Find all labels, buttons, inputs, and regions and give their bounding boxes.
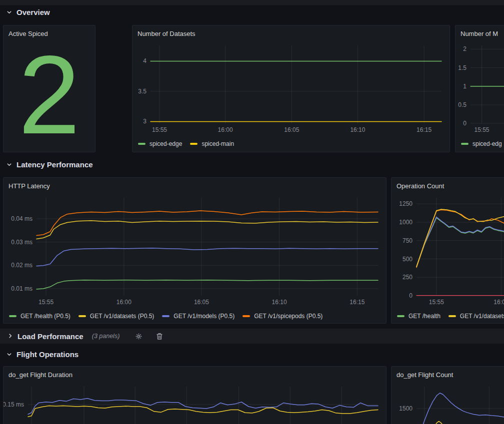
chevron-down-icon	[6, 352, 12, 357]
toolbar-bottom-strip	[0, 0, 504, 6]
legend-label: GET /health	[408, 313, 440, 320]
panel-do-get-flight-count: do_get Flight Count 1500	[391, 366, 504, 424]
section-header-load-performance[interactable]: Load Performance (3 panels)	[0, 329, 504, 344]
svg-text:16:10: 16:10	[272, 299, 287, 306]
panel-number-of-models: Number of M 00.511.5215:55 spiced-edg	[455, 25, 504, 152]
legend-swatch-icon	[448, 315, 456, 317]
stat-value: 2	[18, 39, 80, 150]
chevron-down-icon	[6, 162, 12, 167]
svg-text:2: 2	[463, 45, 466, 52]
svg-text:1.5: 1.5	[458, 64, 466, 71]
http-latency-chart[interactable]: 0.01 ms0.02 ms0.03 ms0.04 ms15:5516:0016…	[4, 195, 386, 309]
legend-swatch-icon	[190, 143, 198, 145]
panel-title[interactable]: do_get Flight Duration	[4, 367, 386, 384]
svg-text:1500: 1500	[399, 405, 412, 412]
legend-label: spiced-edg	[472, 140, 502, 147]
legend-swatch-icon	[138, 143, 146, 145]
legend: spiced-edg	[456, 137, 504, 150]
svg-text:4: 4	[143, 57, 146, 64]
svg-text:1000: 1000	[399, 219, 412, 226]
legend-label: GET /v1/models (P0.5)	[174, 313, 234, 320]
panel-operation-count: Operation Count 02505007501000125015:551…	[391, 177, 504, 324]
svg-text:15:55: 15:55	[152, 126, 167, 133]
panel-title[interactable]: Operation Count	[392, 178, 504, 195]
legend-swatch-icon	[242, 315, 250, 317]
svg-text:500: 500	[402, 256, 412, 263]
legend-item[interactable]: spiced-edg	[461, 140, 502, 147]
svg-text:15:55: 15:55	[429, 299, 444, 306]
panel-number-of-datasets: Number of Datasets 33.5415:5516:0016:051…	[132, 25, 450, 152]
flight-count-chart[interactable]: 1500	[392, 384, 504, 424]
operation-count-chart[interactable]: 02505007501000125015:5516:0016:05	[392, 195, 504, 309]
legend-swatch-icon	[9, 315, 16, 317]
legend-label: GET /health (P0.5)	[20, 313, 70, 320]
svg-text:0.03 ms: 0.03 ms	[11, 239, 32, 246]
svg-text:16:15: 16:15	[416, 126, 432, 133]
svg-text:0: 0	[409, 292, 412, 299]
chevron-down-icon	[6, 9, 12, 15]
legend: GET /health (P0.5)GET /v1/datasets (P0.5…	[4, 310, 386, 323]
gear-icon	[135, 333, 142, 340]
svg-text:750: 750	[402, 237, 412, 244]
svg-text:16:15: 16:15	[350, 299, 364, 306]
section-header-overview[interactable]: Overview	[6, 8, 50, 16]
legend-item[interactable]: GET /health	[397, 313, 440, 320]
svg-text:0.01 ms: 0.01 ms	[11, 285, 32, 292]
legend-item[interactable]: GET /health (P0.5)	[9, 313, 70, 320]
panel-active-spiced: Active Spiced 2	[3, 25, 96, 152]
panel-title[interactable]: HTTP Latency	[4, 178, 386, 195]
legend-label: spiced-main	[202, 140, 234, 147]
svg-text:15:55: 15:55	[474, 126, 489, 133]
svg-text:0.04 ms: 0.04 ms	[11, 215, 32, 222]
trash-icon	[156, 333, 163, 340]
section-header-latency-performance[interactable]: Latency Performance	[6, 160, 93, 169]
svg-text:3: 3	[143, 118, 146, 125]
svg-text:0: 0	[463, 120, 466, 127]
svg-text:16:00: 16:00	[116, 299, 132, 306]
chevron-right-icon	[8, 332, 13, 341]
section-title: Load Performance	[18, 332, 84, 341]
section-title: Flight Operations	[16, 350, 78, 359]
svg-text:1250: 1250	[399, 200, 412, 207]
datasets-chart[interactable]: 33.5415:5516:0016:0516:1016:15	[132, 42, 450, 136]
section-title: Latency Performance	[16, 160, 93, 169]
panel-title[interactable]: Number of M	[456, 25, 504, 42]
legend-item[interactable]: spiced-main	[190, 140, 234, 147]
svg-text:0.15 ms: 0.15 ms	[4, 401, 24, 408]
svg-text:0.5: 0.5	[458, 101, 466, 108]
panel-title[interactable]: do_get Flight Count	[392, 367, 504, 384]
grafana-dashboard: Overview Active Spiced 2 Number of Datas…	[0, 0, 504, 424]
section-title: Overview	[16, 8, 50, 16]
flight-duration-chart[interactable]: 0.15 ms	[4, 384, 386, 424]
svg-text:3.5: 3.5	[138, 88, 146, 95]
models-chart[interactable]: 00.511.5215:55	[456, 42, 504, 136]
legend-item[interactable]: GET /v1/datasets	[448, 313, 504, 320]
stat-value-wrap: 2	[4, 40, 95, 149]
legend-label: GET /v1/spicepods (P0.5)	[254, 313, 322, 320]
legend-swatch-icon	[162, 315, 170, 317]
legend-label: GET /v1/datasets (P0.5)	[90, 313, 154, 320]
legend: spiced-edgespiced-main	[132, 137, 450, 150]
svg-text:16:05: 16:05	[194, 299, 209, 306]
row-settings-button[interactable]	[135, 333, 142, 340]
svg-text:16:00: 16:00	[494, 299, 504, 306]
legend-item[interactable]: GET /v1/models (P0.5)	[162, 313, 234, 320]
panel-title[interactable]: Number of Datasets	[132, 25, 450, 42]
legend-item[interactable]: spiced-edge	[138, 140, 182, 147]
svg-text:15:55: 15:55	[38, 299, 54, 306]
legend-item[interactable]: GET /v1/datasets (P0.5)	[78, 313, 154, 320]
legend-swatch-icon	[78, 315, 86, 317]
svg-text:0.02 ms: 0.02 ms	[11, 262, 32, 269]
legend-label: GET /v1/datasets	[460, 313, 504, 320]
legend-label: spiced-edge	[150, 140, 182, 147]
section-header-flight-operations[interactable]: Flight Operations	[6, 350, 78, 359]
panel-do-get-flight-duration: do_get Flight Duration 0.15 ms	[3, 366, 386, 424]
svg-text:16:05: 16:05	[284, 126, 299, 133]
legend-swatch-icon	[397, 315, 404, 317]
svg-text:16:10: 16:10	[350, 126, 365, 133]
panel-http-latency: HTTP Latency 0.01 ms0.02 ms0.03 ms0.04 m…	[3, 177, 386, 324]
svg-text:16:00: 16:00	[218, 126, 233, 133]
legend-swatch-icon	[461, 143, 468, 145]
row-delete-button[interactable]	[156, 333, 163, 340]
legend-item[interactable]: GET /v1/spicepods (P0.5)	[242, 313, 322, 320]
